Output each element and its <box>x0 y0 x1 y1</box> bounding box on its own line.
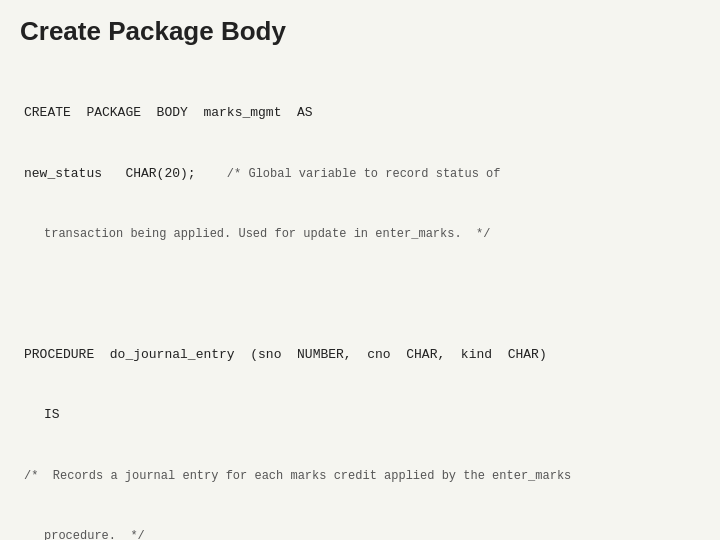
code-line-5: PROCEDURE do_journal_entry (sno NUMBER, … <box>24 345 696 365</box>
code-line-blank <box>24 285 696 305</box>
code-line-2: new_status CHAR(20); /* Global variable … <box>24 164 696 184</box>
code-line-7: /* Records a journal entry for each mark… <box>24 466 696 486</box>
code-line-1: CREATE PACKAGE BODY marks_mgmt AS <box>24 103 696 123</box>
page-title: Create Package Body <box>20 16 700 47</box>
code-line-6: IS <box>24 405 696 425</box>
code-block: CREATE PACKAGE BODY marks_mgmt AS new_st… <box>20 63 700 540</box>
page-container: Create Package Body CREATE PACKAGE BODY … <box>0 0 720 540</box>
code-line-3: transaction being applied. Used for upda… <box>24 224 696 244</box>
code-line-8: procedure. */ <box>24 526 696 540</box>
